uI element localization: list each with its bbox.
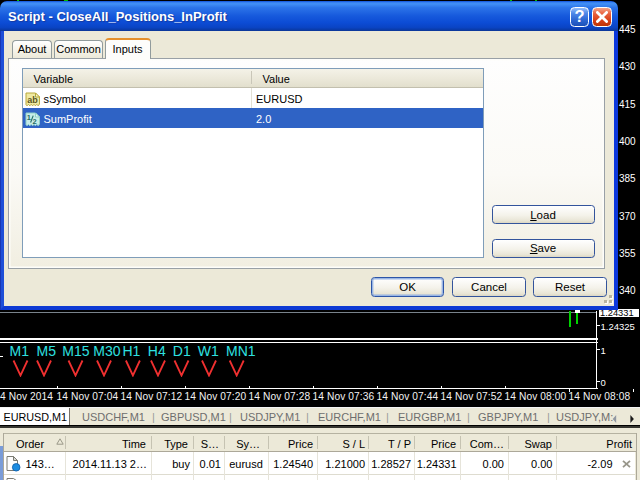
svg-text:?: ? — [575, 8, 585, 26]
svg-text:ab: ab — [27, 95, 38, 105]
svg-text:1: 1 — [27, 113, 31, 122]
svg-text:2: 2 — [33, 117, 37, 126]
